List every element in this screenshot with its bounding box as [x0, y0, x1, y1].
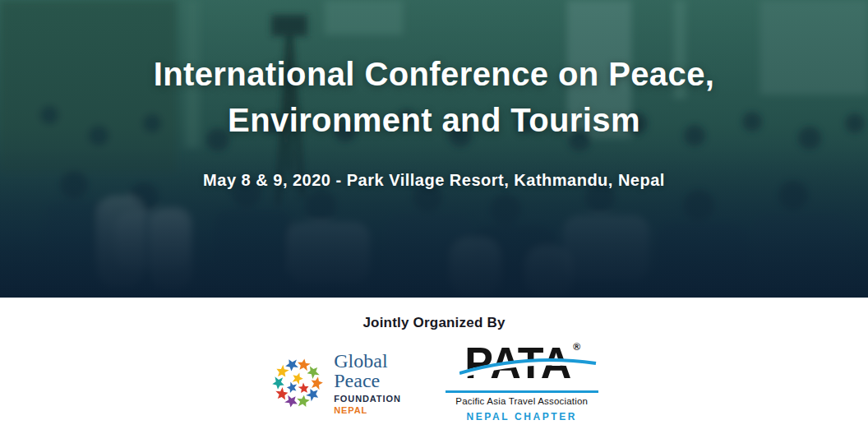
hero-banner: International Conference on Peace,Enviro…	[0, 0, 868, 298]
gpf-word-global: Global	[334, 351, 401, 371]
pata-chapter-label: NEPAL CHAPTER	[466, 411, 577, 422]
gpf-emblem-icon	[270, 355, 326, 411]
gpf-word-foundation: FOUNDATION	[334, 394, 401, 404]
registered-trademark-symbol: ®	[573, 341, 580, 353]
page-title-line2: Environment and Tourism	[228, 102, 640, 138]
hero-content: International Conference on Peace,Enviro…	[0, 0, 868, 190]
page-title-line1: International Conference on Peace,	[154, 56, 715, 92]
page: International Conference on Peace,Enviro…	[0, 0, 868, 434]
pata-divider	[446, 390, 598, 393]
organizers-section: Jointly Organized By	[0, 298, 868, 434]
organizer-logos-row: Global Peace FOUNDATION NEPAL PATA® Paci…	[0, 344, 868, 422]
global-peace-foundation-nepal-logo: Global Peace FOUNDATION NEPAL	[270, 351, 401, 416]
event-date-location: May 8 & 9, 2020 - Park Village Resort, K…	[0, 171, 868, 190]
pata-nepal-chapter-logo: PATA® Pacific Asia Travel Association NE…	[446, 344, 598, 422]
pata-acronym: PATA	[464, 344, 571, 385]
pata-full-name: Pacific Asia Travel Association	[455, 396, 588, 406]
organizers-heading: Jointly Organized By	[0, 298, 868, 331]
pata-wordmark: PATA®	[464, 344, 579, 386]
gpf-word-peace: Peace	[334, 371, 401, 390]
gpf-logo-text: Global Peace FOUNDATION NEPAL	[334, 351, 401, 416]
page-title: International Conference on Peace,Enviro…	[0, 51, 868, 143]
gpf-word-nepal: NEPAL	[334, 405, 401, 415]
